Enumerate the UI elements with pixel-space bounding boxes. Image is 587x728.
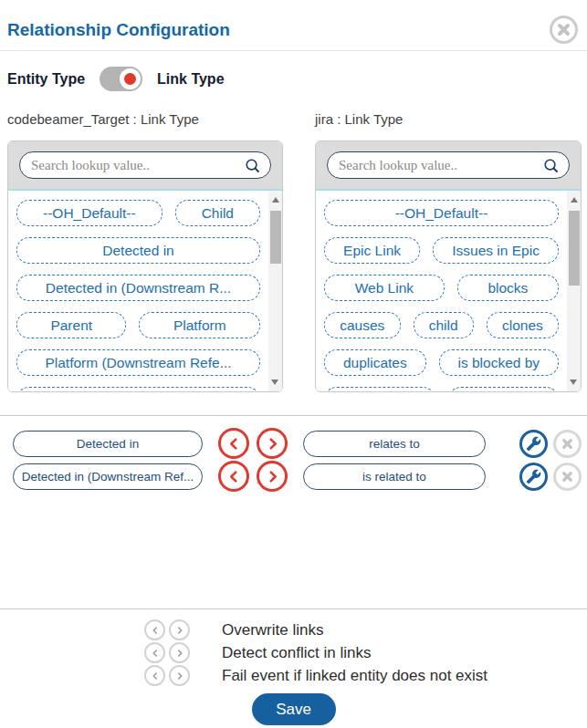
source-search-pill [19, 151, 271, 179]
option-row: Detect conflict in links [0, 642, 587, 663]
link-type-label: Link Type [157, 71, 225, 88]
magnifier-icon [244, 157, 261, 174]
option-label: Overwrite links [222, 621, 323, 640]
option-right-button[interactable] [169, 665, 190, 686]
lookup-pill[interactable] [16, 387, 260, 391]
option-label: Detect conflict in links [222, 644, 371, 662]
lookup-pill[interactable] [448, 387, 560, 391]
lookup-pill[interactable]: Web Link [324, 275, 445, 301]
x-icon [561, 438, 573, 450]
source-scrollbar[interactable] [268, 191, 282, 391]
target-list-wrap: --OH_Default--Epic LinkIssues in EpicWeb… [316, 189, 581, 391]
mappings-divider [0, 415, 587, 416]
scroll-down-icon[interactable] [570, 380, 577, 385]
lookup-pill[interactable]: --OH_Default-- [324, 200, 559, 226]
target-search-input[interactable] [339, 158, 542, 173]
scroll-up-icon[interactable] [571, 197, 578, 203]
lookup-pill[interactable]: blocks [457, 275, 559, 301]
toggle-knob [120, 68, 141, 89]
option-label: Fail event if linked entity does not exi… [222, 667, 487, 685]
close-button[interactable] [550, 16, 578, 44]
source-list-wrap: --OH_Default--ChildDetected inDetected i… [8, 189, 282, 391]
scroll-down-icon[interactable] [271, 380, 278, 385]
option-right-button[interactable] [169, 642, 190, 663]
chevron-left-icon [226, 436, 242, 452]
source-search-area [8, 141, 282, 189]
entity-type-label: Entity Type [7, 71, 85, 88]
chevron-right-icon [265, 436, 280, 452]
source-panel-title: codebeamer_Target : Link Type [7, 111, 283, 127]
chevron-left-icon [226, 469, 242, 484]
lookup-pill[interactable]: Platform (Downstream Refe... [16, 349, 260, 376]
target-panel-title: jira : Link Type [315, 111, 582, 127]
lookup-pill[interactable] [324, 387, 435, 391]
chevron-left-icon [150, 625, 161, 636]
chevron-left-icon [150, 648, 161, 659]
lookup-pill[interactable]: clones [487, 312, 559, 338]
move-right-button[interactable] [257, 428, 288, 459]
lookup-pill[interactable]: Issues in Epic [433, 237, 559, 264]
lookup-pill[interactable]: is blocked by [439, 349, 559, 376]
target-link-pill[interactable]: is related to [303, 463, 486, 490]
lookup-pill[interactable]: --OH_Default-- [16, 200, 162, 226]
move-right-button[interactable] [257, 461, 288, 492]
wrench-icon [526, 469, 541, 484]
source-search-input[interactable] [31, 158, 244, 173]
close-icon [557, 23, 571, 36]
mappings-section: Detected inrelates toDetected in (Downst… [0, 430, 587, 495]
source-panel-box: --OH_Default--ChildDetected inDetected i… [7, 140, 283, 392]
configure-mapping-button[interactable] [519, 463, 548, 491]
relationship-configuration-dialog: Relationship Configuration Entity Type L… [0, 0, 587, 728]
source-lookup-list: --OH_Default--ChildDetected inDetected i… [8, 191, 268, 391]
option-row: Overwrite links [0, 619, 587, 640]
mapping-row: Detected in (Downstream Ref...is related… [0, 463, 587, 490]
scrollbar-thumb[interactable] [270, 211, 281, 264]
scroll-up-icon[interactable] [272, 197, 279, 203]
source-link-pill[interactable]: Detected in [13, 431, 203, 457]
configure-mapping-button[interactable] [519, 430, 548, 458]
target-search-area [316, 141, 581, 189]
entity-link-toggle[interactable] [100, 67, 142, 91]
option-left-button[interactable] [144, 642, 165, 663]
scrollbar-thumb[interactable] [569, 211, 580, 286]
option-left-button[interactable] [144, 619, 165, 640]
lookup-pill[interactable]: Epic Link [324, 237, 420, 264]
chevron-right-icon [174, 671, 185, 681]
wrench-icon [526, 436, 541, 452]
lookup-pill[interactable]: Detected in (Downstream R... [16, 275, 260, 301]
option-right-button[interactable] [169, 619, 190, 640]
lookup-pill[interactable]: child [414, 312, 474, 338]
type-toggle-row: Entity Type Link Type [7, 67, 225, 91]
remove-mapping-button[interactable] [553, 463, 582, 491]
lookup-pill[interactable]: Platform [139, 312, 260, 338]
target-linktype-panel: jira : Link Type --OH_Default--Epic Link… [315, 111, 582, 392]
magnifier-icon [542, 157, 560, 174]
remove-mapping-button[interactable] [553, 430, 582, 458]
target-scrollbar[interactable] [567, 191, 581, 391]
header-divider [0, 50, 587, 51]
chevron-right-icon [174, 625, 185, 636]
options-section: Overwrite linksDetect conflict in linksF… [0, 619, 587, 688]
target-panel-box: --OH_Default--Epic LinkIssues in EpicWeb… [315, 140, 582, 392]
option-left-button[interactable] [144, 665, 165, 686]
move-left-button[interactable] [218, 461, 249, 492]
lookup-pill[interactable]: causes [324, 312, 401, 338]
source-link-pill[interactable]: Detected in (Downstream Ref... [13, 463, 203, 490]
target-link-pill[interactable]: relates to [303, 431, 486, 457]
chevron-left-icon [150, 671, 161, 681]
mapping-row: Detected inrelates to [0, 430, 587, 457]
save-button[interactable]: Save [252, 693, 336, 725]
source-linktype-panel: codebeamer_Target : Link Type --OH_Defau… [7, 111, 283, 392]
lookup-pill[interactable]: Child [175, 200, 260, 226]
target-lookup-list: --OH_Default--Epic LinkIssues in EpicWeb… [316, 191, 567, 391]
lookup-pill[interactable]: Parent [16, 312, 126, 338]
options-divider [0, 608, 587, 609]
lookup-pill[interactable]: Detected in [16, 237, 260, 264]
lookup-pill[interactable]: duplicates [324, 349, 426, 376]
page-title: Relationship Configuration [7, 20, 230, 40]
x-icon [561, 471, 573, 483]
target-search-pill [327, 151, 570, 179]
chevron-right-icon [174, 648, 185, 659]
option-row: Fail event if linked entity does not exi… [0, 665, 587, 686]
move-left-button[interactable] [218, 428, 249, 459]
